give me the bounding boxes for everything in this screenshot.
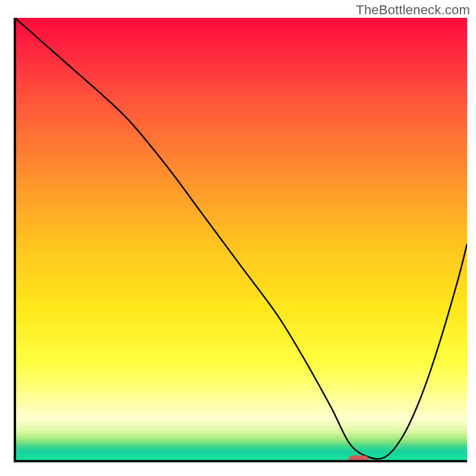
plot-background [15,18,467,461]
watermark-text: TheBottleneck.com [356,2,470,18]
minimum-marker [349,456,369,465]
chart-container: TheBottleneck.com [0,0,476,476]
bottleneck-chart [0,0,476,476]
